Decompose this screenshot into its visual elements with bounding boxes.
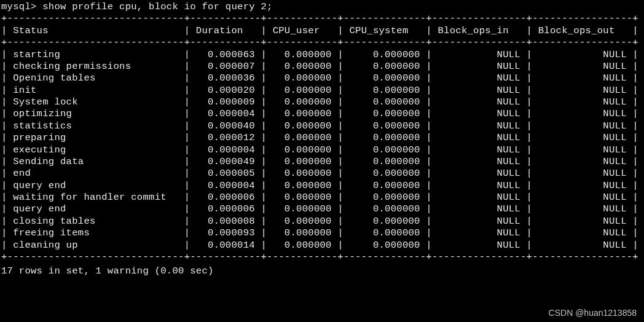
table-row: | query end | 0.000006 | 0.000000 | 0.00… (1, 203, 644, 215)
table-bottom-border: +------------------------------+--------… (1, 251, 644, 263)
table-top-border: +------------------------------+--------… (1, 13, 644, 25)
sql-command: show profile cpu, block io for query 2; (42, 1, 272, 12)
table-row: | init | 0.000020 | 0.000000 | 0.000000 … (1, 85, 644, 96)
mysql-prompt[interactable]: mysql> show profile cpu, block io for qu… (1, 1, 644, 13)
table-row: | waiting for handler commit | 0.000006 … (1, 192, 644, 203)
table-row: | query end | 0.000004 | 0.000000 | 0.00… (1, 180, 644, 192)
table-row: | closing tables | 0.000008 | 0.000000 |… (1, 216, 644, 227)
table-row: | freeing items | 0.000093 | 0.000000 | … (1, 227, 644, 239)
table-row: | end | 0.000005 | 0.000000 | 0.000000 |… (1, 168, 644, 179)
table-row: | optimizing | 0.000004 | 0.000000 | 0.0… (1, 108, 644, 120)
table-row: | checking permissions | 0.000007 | 0.00… (1, 61, 644, 73)
table-row: | Opening tables | 0.000036 | 0.000000 |… (1, 73, 644, 84)
table-row: | cleaning up | 0.000014 | 0.000000 | 0.… (1, 240, 644, 251)
table-header-border: +------------------------------+--------… (1, 37, 644, 49)
table-row: | starting | 0.000063 | 0.000000 | 0.000… (1, 49, 644, 61)
table-body: | starting | 0.000063 | 0.000000 | 0.000… (1, 49, 644, 251)
table-row: | executing | 0.000004 | 0.000000 | 0.00… (1, 144, 644, 156)
table-header-row: | Status | Duration | CPU_user | CPU_sys… (1, 25, 644, 37)
table-row: | statistics | 0.000040 | 0.000000 | 0.0… (1, 120, 644, 132)
table-row: | preparing | 0.000012 | 0.000000 | 0.00… (1, 132, 644, 144)
prompt-prefix: mysql> (1, 1, 42, 12)
table-row: | Sending data | 0.000049 | 0.000000 | 0… (1, 156, 644, 168)
watermark: CSDN @huan1213858 (549, 308, 637, 319)
table-row: | System lock | 0.000009 | 0.000000 | 0.… (1, 96, 644, 108)
result-footer: 17 rows in set, 1 warning (0.00 sec) (1, 265, 644, 277)
